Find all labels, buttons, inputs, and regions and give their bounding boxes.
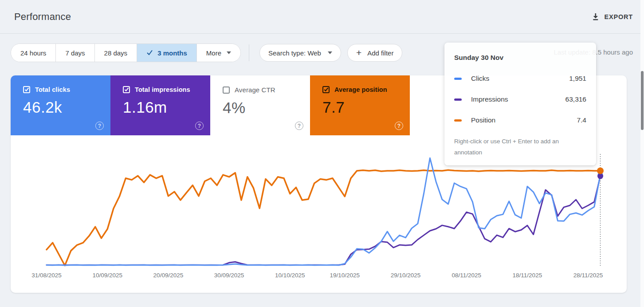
search-type-filter[interactable]: Search type: Web <box>259 44 341 62</box>
tooltip-label: Impressions <box>471 95 565 103</box>
svg-text:10/09/2025: 10/09/2025 <box>92 272 122 279</box>
add-filter-button[interactable]: + Add filter <box>347 44 402 62</box>
vertical-divider <box>249 44 249 61</box>
tooltip-label: Position <box>471 116 577 124</box>
tooltip-value: 7.4 <box>577 116 586 124</box>
range-label: 3 months <box>157 49 187 57</box>
date-range-selector: 24 hours 7 days 28 days 3 months More <box>11 43 241 62</box>
tooltip-row-position: Position 7.4 <box>454 116 586 124</box>
svg-text:20/09/2025: 20/09/2025 <box>153 272 184 279</box>
range-label: 24 hours <box>20 49 46 57</box>
tooltip-row-impressions: Impressions 63,316 <box>454 95 586 103</box>
export-label: EXPORT <box>605 13 633 20</box>
svg-text:18/11/2025: 18/11/2025 <box>513 272 542 279</box>
tooltip-label: Clicks <box>471 75 569 83</box>
chevron-down-icon <box>328 51 332 54</box>
chart-tooltip: Sunday 30 Nov Clicks 1,951 Impressions 6… <box>444 43 596 165</box>
scrollbar-thumb[interactable] <box>641 71 644 130</box>
clicks-series-icon <box>454 78 462 80</box>
search-console-performance-page: Performance EXPORT 24 hours 7 days 28 da… <box>0 0 644 307</box>
svg-text:31/08/2025: 31/08/2025 <box>31 272 62 279</box>
search-type-label: Search type: Web <box>268 49 321 57</box>
svg-text:28/11/2025: 28/11/2025 <box>573 272 603 279</box>
chevron-down-icon <box>227 51 231 54</box>
position-series-icon <box>454 119 462 122</box>
page-header: Performance EXPORT <box>0 0 644 34</box>
download-icon <box>591 12 600 21</box>
tooltip-date: Sunday 30 Nov <box>454 54 586 62</box>
scrollbar-track[interactable] <box>640 0 644 307</box>
svg-text:29/10/2025: 29/10/2025 <box>391 272 421 279</box>
annotation-hint: Right-click or use Ctrl + Enter to add a… <box>454 136 570 158</box>
range-3-months-selected[interactable]: 3 months <box>137 44 196 62</box>
range-label: More <box>206 49 221 57</box>
svg-text:19/10/2025: 19/10/2025 <box>330 272 360 279</box>
export-button[interactable]: EXPORT <box>591 12 633 21</box>
svg-text:10/10/2025: 10/10/2025 <box>275 272 305 279</box>
add-filter-label: Add filter <box>367 49 393 57</box>
page-title: Performance <box>14 11 71 23</box>
plus-icon: + <box>356 48 361 57</box>
tooltip-value: 63,316 <box>565 95 586 103</box>
svg-text:30/09/2025: 30/09/2025 <box>214 272 244 279</box>
range-label: 7 days <box>65 49 85 57</box>
range-24-hours[interactable]: 24 hours <box>11 44 55 62</box>
impressions-series-icon <box>454 98 462 101</box>
range-7-days[interactable]: 7 days <box>55 44 94 62</box>
tooltip-value: 1,951 <box>569 75 586 83</box>
range-more-dropdown[interactable]: More <box>196 44 240 62</box>
check-icon <box>146 49 153 57</box>
svg-text:08/11/2025: 08/11/2025 <box>452 272 481 279</box>
tooltip-row-clicks: Clicks 1,951 <box>454 75 586 83</box>
range-label: 28 days <box>104 49 128 57</box>
range-28-days[interactable]: 28 days <box>94 44 137 62</box>
